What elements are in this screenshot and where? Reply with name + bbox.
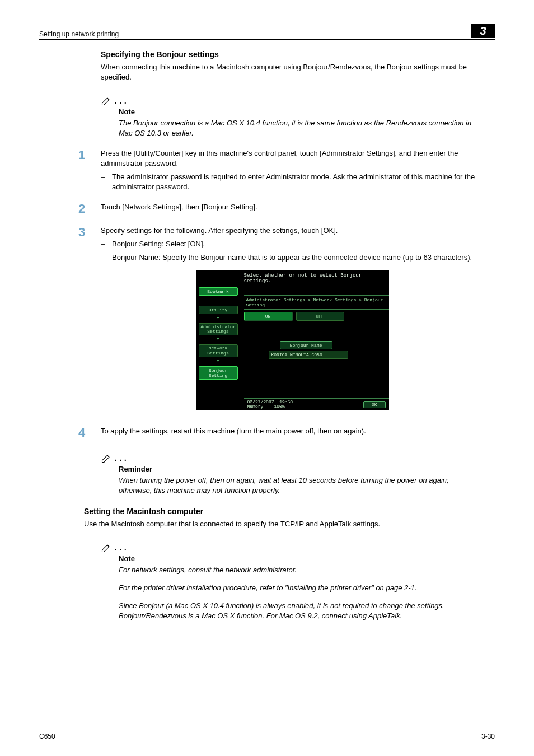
pencil-icon: [101, 95, 112, 106]
reminder-block: ...: [101, 452, 484, 465]
panel-breadcrumb: Administrator Settings > Network Setting…: [244, 295, 389, 310]
section-title: Specifying the Bonjour settings: [101, 50, 484, 59]
step-number: 4: [78, 426, 101, 440]
step-text: Press the [Utility/Counter] key in this …: [101, 148, 484, 169]
panel-prompt: Select whether or not to select Bonjour …: [196, 270, 389, 285]
page-header: Setting up network printing 3: [39, 24, 495, 40]
reminder-title: Reminder: [119, 465, 484, 473]
bonjour-name-value: KONICA MINOLTA C650: [269, 351, 348, 359]
pencil-icon: [101, 452, 112, 464]
network-settings-button[interactable]: Network Settings: [199, 344, 238, 357]
step-2: 2 Touch [Network Settings], then [Bonjou…: [101, 202, 484, 216]
note-body: The Bonjour connection is a Mac OS X 10.…: [119, 118, 484, 138]
bonjour-name-label[interactable]: Bonjour Name: [280, 341, 332, 349]
step-number: 2: [78, 202, 101, 216]
step-text: To apply the settings, restart this mach…: [101, 426, 366, 440]
panel-sidebar: Bookmark Utility ▾ Administrator Setting…: [196, 285, 241, 380]
step-sub: –Bonjour Name: Specify the Bonjour name …: [101, 253, 472, 263]
ellipsis-icon: ...: [114, 540, 129, 553]
down-arrow-icon: ▾: [196, 336, 241, 342]
off-toggle[interactable]: OFF: [296, 312, 344, 321]
ellipsis-icon: ...: [114, 451, 129, 464]
note-body-3: Since Bonjour (a Mac OS X 10.4 function)…: [119, 601, 484, 621]
header-title: Setting up network printing: [39, 30, 119, 38]
bonjour-setting-button[interactable]: Bonjour Setting: [199, 366, 238, 380]
ok-button[interactable]: OK: [363, 401, 386, 408]
step-number: 1: [78, 148, 101, 192]
note-block: ...: [101, 95, 484, 108]
footer-right: 3-30: [481, 732, 495, 740]
ellipsis-icon: ...: [114, 94, 129, 106]
note-body-2: For the printer driver installation proc…: [119, 583, 484, 593]
note-title: Note: [119, 554, 484, 563]
down-arrow-icon: ▾: [196, 315, 241, 321]
toggle-row: ON OFF: [244, 312, 389, 321]
panel-datetime: 02/27/2007 19:50 Memory 100%: [247, 400, 293, 410]
step-3: 3 Specify settings for the following. Af…: [101, 226, 484, 263]
chapter-badge: 3: [471, 24, 495, 38]
note-block: ...: [101, 542, 484, 554]
step-text: Touch [Network Settings], then [Bonjour …: [101, 202, 257, 216]
reminder-body: When turning the power off, then on agai…: [119, 475, 484, 496]
step-text: Specify settings for the following. Afte…: [101, 226, 472, 236]
step-4: 4 To apply the settings, restart this ma…: [101, 426, 484, 440]
section-title: Setting the Macintosh computer: [84, 507, 484, 516]
control-panel-screenshot: Select whether or not to select Bonjour …: [196, 270, 389, 411]
note-body-1: For network settings, consult the networ…: [119, 565, 484, 575]
utility-button[interactable]: Utility: [199, 306, 238, 314]
on-toggle[interactable]: ON: [244, 312, 293, 321]
down-arrow-icon: ▾: [196, 358, 241, 364]
footer-left: C650: [39, 732, 55, 740]
step-number: 3: [78, 226, 101, 263]
section-intro: Use the Macintosh computer that is conne…: [84, 519, 484, 529]
page-footer: C650 3-30: [39, 730, 495, 740]
step-sub: –Bonjour Setting: Select [ON].: [101, 239, 472, 249]
admin-settings-button[interactable]: Administrator Settings: [199, 323, 238, 336]
note-title: Note: [119, 108, 484, 116]
step-sub: –The administrator password is required …: [101, 172, 484, 192]
step-1: 1 Press the [Utility/Counter] key in thi…: [101, 148, 484, 192]
pencil-icon: [101, 542, 112, 553]
section-intro: When connecting this machine to a Macint…: [101, 62, 484, 82]
bookmark-button[interactable]: Bookmark: [199, 287, 238, 296]
